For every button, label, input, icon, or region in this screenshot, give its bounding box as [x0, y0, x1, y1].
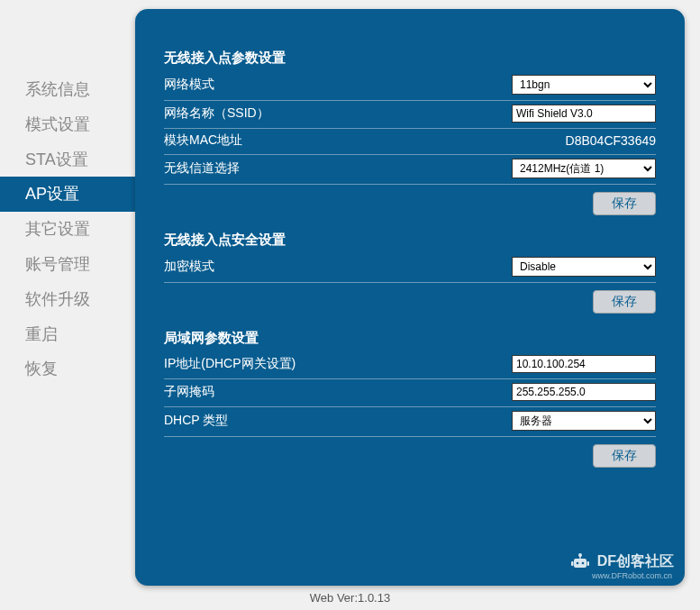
label-subnet-mask: 子网掩码 [164, 384, 214, 400]
sidebar-item-software-upgrade[interactable]: 软件升级 [0, 282, 135, 317]
select-channel[interactable]: 2412MHz(信道 1) [512, 159, 656, 178]
main-panel: 无线接入点参数设置 网络模式 11bgn 网络名称（SSID） 模块MAC地址 … [135, 9, 685, 586]
input-ssid[interactable] [512, 105, 656, 123]
section-title-lan: 局域网参数设置 [164, 330, 656, 347]
save-button-security[interactable]: 保存 [593, 290, 656, 314]
select-dhcp-type[interactable]: 服务器 [512, 411, 656, 431]
sidebar-item-restart[interactable]: 重启 [0, 317, 135, 352]
svg-rect-1 [579, 556, 580, 559]
input-ip[interactable] [512, 355, 656, 373]
footer-version: Web Ver:1.0.13 [0, 591, 700, 605]
label-ssid: 网络名称（SSID） [164, 105, 269, 122]
sidebar-item-other-settings[interactable]: 其它设置 [0, 212, 135, 247]
label-mac: 模块MAC地址 [164, 132, 242, 149]
watermark-url: www.DFRobot.com.cn [592, 571, 672, 580]
sidebar-item-account-management[interactable]: 账号管理 [0, 247, 135, 282]
label-ip: IP地址(DHCP网关设置) [164, 356, 295, 372]
svg-point-5 [576, 562, 578, 565]
section-title-security: 无线接入点安全设置 [164, 232, 656, 249]
sidebar-item-system-info[interactable]: 系统信息 [0, 72, 135, 107]
value-mac: D8B04CF33649 [566, 133, 656, 148]
label-dhcp-type: DHCP 类型 [164, 413, 228, 429]
label-network-mode: 网络模式 [164, 77, 214, 93]
sidebar: 系统信息 模式设置 STA设置 AP设置 其它设置 账号管理 软件升级 重启 恢… [0, 9, 135, 586]
svg-rect-2 [574, 559, 586, 568]
select-network-mode[interactable]: 11bgn [512, 75, 656, 95]
input-subnet-mask[interactable] [512, 383, 656, 401]
svg-point-6 [581, 562, 584, 565]
sidebar-item-ap-settings[interactable]: AP设置 [0, 177, 135, 212]
section-title-wireless: 无线接入点参数设置 [164, 50, 656, 67]
sidebar-item-mode-settings[interactable]: 模式设置 [0, 107, 135, 142]
sidebar-item-sta-settings[interactable]: STA设置 [0, 142, 135, 178]
svg-rect-3 [571, 561, 574, 566]
watermark-text: DF创客社区 [597, 552, 674, 571]
sidebar-item-restore[interactable]: 恢复 [0, 351, 135, 387]
save-button-lan[interactable]: 保存 [593, 444, 656, 468]
label-encryption: 加密模式 [164, 259, 214, 275]
robot-icon [568, 551, 592, 571]
svg-rect-4 [586, 561, 589, 566]
label-channel: 无线信道选择 [164, 160, 240, 177]
select-encryption[interactable]: Disable [512, 257, 656, 277]
save-button-wireless[interactable]: 保存 [593, 192, 656, 215]
watermark: DF创客社区 www.DFRobot.com.cn [568, 551, 674, 571]
